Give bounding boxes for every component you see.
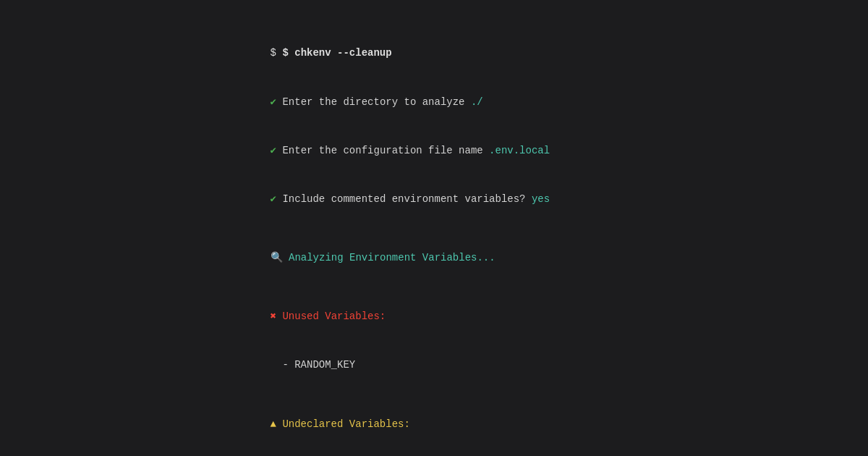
step2-text: Enter the configuration file name	[282, 145, 489, 156]
analyzing-text: 🔍 Analyzing Environment Variables...	[271, 252, 495, 263]
unused-icon: ✖ Unused Variables:	[271, 311, 386, 322]
step1-value: ./	[471, 96, 483, 108]
check-icon-1: ✔	[271, 96, 283, 108]
undeclared-icon: ▲ Undeclared Variables:	[271, 418, 410, 430]
step3-line: ✔ Include commented environment variable…	[246, 175, 868, 224]
step3-text: Include commented environment variables?	[282, 193, 531, 205]
step1-line: ✔ Enter the directory to analyze ./	[246, 77, 868, 126]
analyzing-line: 🔍 Analyzing Environment Variables...	[246, 234, 868, 282]
step1-text: Enter the directory to analyze	[282, 96, 470, 108]
undeclared-item1-line: - VERCEL_URL	[246, 448, 868, 456]
command-line: $ $ chkenv --cleanup	[246, 29, 868, 77]
command-text: $ chkenv --cleanup	[282, 47, 391, 59]
check-icon-2: ✔	[271, 145, 283, 156]
unused-item1: - RANDOM_KEY	[271, 359, 356, 371]
step2-line: ✔ Enter the configuration file name .env…	[246, 126, 868, 174]
unused-label-line: ✖ Unused Variables:	[246, 292, 868, 341]
undeclared-label-line: ▲ Undeclared Variables:	[246, 400, 868, 448]
step2-value: .env.local	[489, 145, 550, 156]
unused-item1-line: - RANDOM_KEY	[246, 341, 868, 389]
terminal-window: $ $ chkenv --cleanup ✔ Enter the directo…	[0, 0, 868, 456]
prompt-symbol: $	[271, 47, 283, 59]
check-icon-3: ✔	[271, 193, 283, 205]
step3-value: yes	[532, 193, 550, 205]
